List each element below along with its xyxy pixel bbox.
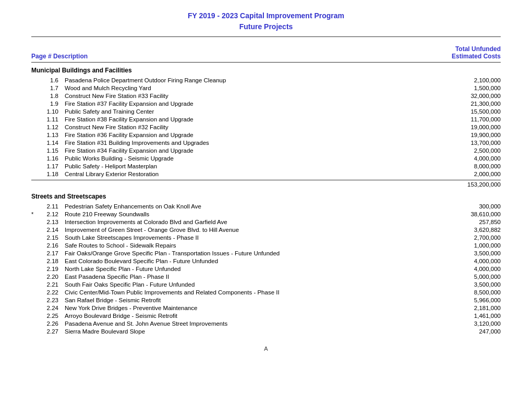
row-description: Public Works Building - Seismic Upgrade bbox=[65, 155, 438, 162]
row-page-number: 2.13 bbox=[39, 219, 65, 225]
table-row: 1.18Central Library Exterior Restoration… bbox=[31, 170, 501, 178]
table-row: 1.8Construct New Fire Station #33 Facili… bbox=[31, 92, 501, 100]
row-description: Safe Routes to School - Sidewalk Repairs bbox=[65, 242, 438, 249]
row-page-number: 1.15 bbox=[39, 147, 65, 154]
table-row: 1.14Fire Station #31 Building Improvemen… bbox=[31, 139, 501, 146]
row-amount: 32,000,000 bbox=[438, 93, 501, 99]
row-page-number: 1.13 bbox=[39, 132, 65, 138]
row-description: New York Drive Bridges - Preventive Main… bbox=[65, 305, 438, 311]
table-row: 1.9Fire Station #37 Facility Expansion a… bbox=[31, 100, 501, 107]
row-amount: 2,000,000 bbox=[438, 171, 501, 177]
row-description: San Rafael Bridge - Seismic Retrofit bbox=[65, 297, 438, 303]
row-page-number: 1.9 bbox=[39, 101, 65, 107]
row-page-number: 1.17 bbox=[39, 163, 65, 169]
row-amount: 4,000,000 bbox=[438, 266, 501, 272]
row-page-number: 2.24 bbox=[39, 305, 65, 311]
column-headers: Page # Description Total Unfunded Estima… bbox=[31, 45, 501, 63]
row-page-number: 2.22 bbox=[39, 289, 65, 295]
row-page-number: 2.25 bbox=[39, 313, 65, 319]
row-description: Wood and Mulch Recycling Yard bbox=[65, 85, 438, 91]
row-page-number: 2.11 bbox=[39, 203, 65, 209]
col-header-description: Page # Description bbox=[31, 53, 88, 60]
section-title-municipal: Municipal Buildings and Facilities bbox=[31, 67, 501, 74]
row-amount: 3,500,000 bbox=[438, 250, 501, 256]
row-amount: 3,500,000 bbox=[438, 281, 501, 288]
row-description: Pedestrian Safety Enhancements on Oak Kn… bbox=[65, 203, 438, 209]
table-row: 1.17Public Safety - Heliport Masterplan8… bbox=[31, 162, 501, 170]
row-star: * bbox=[31, 211, 39, 217]
row-page-number: 1.6 bbox=[39, 77, 65, 83]
row-description: Public Safety - Heliport Masterplan bbox=[65, 163, 438, 169]
row-amount: 257,850 bbox=[438, 219, 501, 225]
row-description: Intersection Improvements at Colorado Bl… bbox=[65, 219, 438, 225]
row-page-number: 2.15 bbox=[39, 235, 65, 241]
row-description: South Fair Oaks Specific Plan - Future U… bbox=[65, 281, 438, 288]
row-description: Route 210 Freeway Soundwalls bbox=[65, 211, 438, 217]
row-page-number: 2.23 bbox=[39, 297, 65, 303]
row-amount: 5,966,000 bbox=[438, 297, 501, 303]
row-amount: 2,100,000 bbox=[438, 77, 501, 83]
row-description: Arroyo Boulevard Bridge - Seismic Retrof… bbox=[65, 313, 438, 319]
row-description: Construct New Fire Station #33 Facility bbox=[65, 93, 438, 99]
table-row: 2.27Sierra Madre Boulevard Slope247,000 bbox=[31, 327, 501, 335]
table-row: 2.14Improvement of Green Street - Orange… bbox=[31, 226, 501, 233]
title-line2: Future Projects bbox=[31, 21, 501, 32]
header-divider bbox=[31, 36, 501, 37]
row-page-number: 1.11 bbox=[39, 116, 65, 122]
row-amount: 1,000,000 bbox=[438, 242, 501, 249]
row-amount: 15,500,000 bbox=[438, 108, 501, 115]
table-row: 2.23San Rafael Bridge - Seismic Retrofit… bbox=[31, 296, 501, 304]
row-amount: 1,500,000 bbox=[438, 85, 501, 91]
row-description: Fire Station #37 Facility Expansion and … bbox=[65, 101, 438, 107]
row-amount: 8,500,000 bbox=[438, 289, 501, 295]
row-description: Fire Station #38 Facility Expansion and … bbox=[65, 116, 438, 122]
section-title-streets: Streets and Streetscapes bbox=[31, 193, 501, 200]
table-row: 2.19North Lake Specific Plan - Future Un… bbox=[31, 265, 501, 273]
table-row: 2.26Pasadena Avenue and St. John Avenue … bbox=[31, 319, 501, 327]
row-description: Fire Station #34 Facility Expansion and … bbox=[65, 147, 438, 154]
row-description: Improvement of Green Street - Orange Gro… bbox=[65, 227, 438, 233]
row-description: East Pasadena Specific Plan - Phase II bbox=[65, 274, 438, 280]
row-page-number: 1.10 bbox=[39, 108, 65, 115]
row-amount: 19,000,000 bbox=[438, 124, 501, 130]
row-description: Civic Center/Mid-Town Public Improvement… bbox=[65, 289, 438, 295]
row-amount: 247,000 bbox=[438, 328, 501, 335]
table-row: 1.6Pasadena Police Department Outdoor Fi… bbox=[31, 76, 501, 84]
row-page-number: 2.26 bbox=[39, 320, 65, 327]
table-row: 2.18East Colorado Boulevard Specific Pla… bbox=[31, 257, 501, 265]
page-footer: A bbox=[31, 346, 501, 352]
row-page-number: 1.7 bbox=[39, 85, 65, 91]
row-amount: 4,000,000 bbox=[438, 155, 501, 162]
table-row: 2.15South Lake Streetscapes Improvements… bbox=[31, 233, 501, 241]
row-description: North Lake Specific Plan - Future Unfund… bbox=[65, 266, 438, 272]
table-row: 2.20East Pasadena Specific Plan - Phase … bbox=[31, 273, 501, 280]
table-row: 1.12Construct New Fire Station #32 Facil… bbox=[31, 123, 501, 131]
table-row: 1.16Public Works Building - Seismic Upgr… bbox=[31, 154, 501, 162]
table-row: 1.11Fire Station #38 Facility Expansion … bbox=[31, 115, 501, 123]
row-page-number: 2.17 bbox=[39, 250, 65, 256]
row-amount: 13,700,000 bbox=[438, 140, 501, 146]
table-row: 1.15Fire Station #34 Facility Expansion … bbox=[31, 146, 501, 154]
table-row: 1.10Public Safety and Training Center15,… bbox=[31, 107, 501, 115]
table-row: 2.17Fair Oaks/Orange Grove Specific Plan… bbox=[31, 249, 501, 257]
row-page-number: 2.18 bbox=[39, 258, 65, 264]
col-header-costs: Total Unfunded Estimated Costs bbox=[452, 45, 501, 60]
page-title: FY 2019 - 2023 Capital Improvement Progr… bbox=[31, 10, 501, 32]
row-description: Pasadena Police Department Outdoor Firin… bbox=[65, 77, 438, 83]
row-page-number: 2.16 bbox=[39, 242, 65, 249]
subtotal-amount: 153,200,000 bbox=[438, 181, 501, 188]
row-page-number: 1.16 bbox=[39, 155, 65, 162]
row-amount: 3,120,000 bbox=[438, 320, 501, 327]
row-amount: 2,181,000 bbox=[438, 305, 501, 311]
table-row: 2.24New York Drive Bridges - Preventive … bbox=[31, 304, 501, 312]
row-page-number: 2.21 bbox=[39, 281, 65, 288]
row-amount: 1,461,000 bbox=[438, 313, 501, 319]
row-description: Fair Oaks/Orange Grove Specific Plan - T… bbox=[65, 250, 438, 256]
row-amount: 8,000,000 bbox=[438, 163, 501, 169]
row-page-number: 2.12 bbox=[39, 211, 65, 217]
table-row: 2.25Arroyo Boulevard Bridge - Seismic Re… bbox=[31, 312, 501, 319]
row-amount: 3,620,882 bbox=[438, 227, 501, 233]
row-description: Public Safety and Training Center bbox=[65, 108, 438, 115]
row-page-number: 1.12 bbox=[39, 124, 65, 130]
row-description: Sierra Madre Boulevard Slope bbox=[65, 328, 438, 335]
